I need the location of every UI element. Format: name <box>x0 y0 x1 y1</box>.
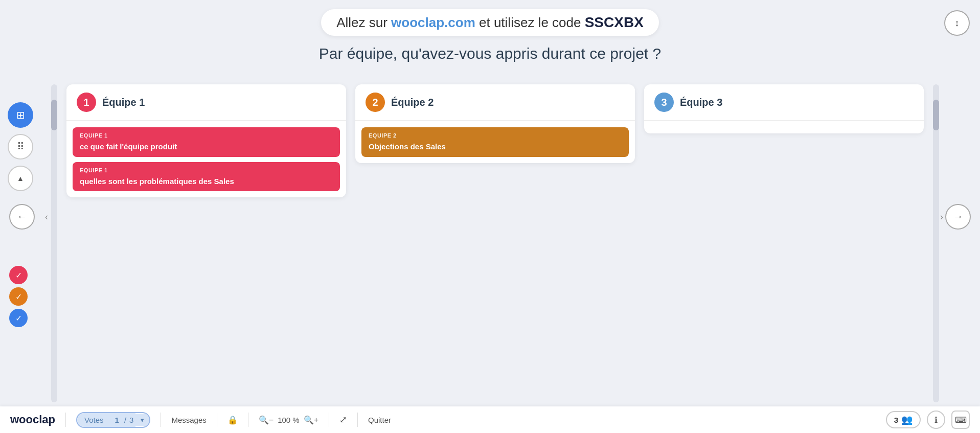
card-1-2-label: EQUIPE 1 <box>80 167 333 173</box>
team-number-3: 3 <box>654 93 674 112</box>
bottom-toolbar: wooclap Votes 1 / 3 ▾ Messages 🔒 🔍− 100 … <box>0 406 980 433</box>
toolbar-divider-1 <box>65 413 66 427</box>
scroll-up-button[interactable]: ▲ <box>8 166 33 191</box>
card-1-2-text: quelles sont les problématiques des Sale… <box>80 176 333 187</box>
fullscreen-button[interactable]: ⤢ <box>339 414 347 425</box>
list-view-button[interactable]: ⠿ <box>8 134 33 159</box>
team-number-1: 1 <box>77 93 96 112</box>
card-1-1: EQUIPE 1 ce que fait l'équipe produit <box>73 127 340 157</box>
keyboard-button[interactable]: ⌨ <box>951 411 970 429</box>
header: Allez sur wooclap.com et utilisez le cod… <box>0 0 980 67</box>
toolbar-divider-3 <box>217 413 217 427</box>
votes-button[interactable]: Votes 1 / 3 ▾ <box>76 412 150 428</box>
column-equipe-3: 3 Équipe 3 <box>644 84 924 133</box>
updown-icon: ↕ <box>955 18 960 29</box>
grid-view-button[interactable]: ⊞ <box>8 102 33 128</box>
scroll-track-right[interactable] <box>933 84 939 402</box>
inner-scroll-left[interactable]: ‹ <box>45 211 48 222</box>
votes-dropdown-icon: ▾ <box>135 414 149 426</box>
votes-total: 3 <box>127 413 135 427</box>
toolbar-divider-2 <box>161 413 161 427</box>
card-1-1-label: EQUIPE 1 <box>80 132 333 139</box>
votes-current: 1 <box>111 413 123 427</box>
votes-slash: / <box>123 413 127 427</box>
logo: wooclap <box>10 413 55 426</box>
zoom-controls: 🔍− 100 % 🔍+ <box>259 415 318 425</box>
team-number-2: 2 <box>366 93 385 112</box>
column-2-title: Équipe 2 <box>391 97 434 108</box>
column-1-body: EQUIPE 1 ce que fait l'équipe produit EQ… <box>66 121 346 197</box>
card-1-1-text: ce que fait l'équipe produit <box>80 142 333 152</box>
scroll-track-left[interactable] <box>51 84 57 402</box>
sort-button[interactable]: ↕ <box>944 10 970 36</box>
info-button[interactable]: ℹ <box>927 411 945 429</box>
code-middle: et utilisez le code <box>475 15 585 30</box>
zoom-level: 100 % <box>278 416 300 424</box>
column-equipe-2: 2 Équipe 2 EQUIPE 2 Objections des Sales <box>355 84 635 163</box>
question-title: Par équipe, qu'avez-vous appris durant c… <box>319 45 661 62</box>
column-3-header: 3 Équipe 3 <box>644 84 924 121</box>
column-1-header: 1 Équipe 1 <box>66 84 346 121</box>
column-2-body: EQUIPE 2 Objections des Sales <box>355 121 635 163</box>
nav-right-button[interactable]: → <box>945 204 971 230</box>
column-1-title: Équipe 1 <box>102 97 145 108</box>
column-3-body <box>644 121 924 133</box>
info-icon: ℹ <box>935 415 938 425</box>
votes-label: Votes <box>77 413 111 427</box>
toolbar-divider-6 <box>357 413 358 427</box>
participants-icon: 👥 <box>901 414 913 425</box>
participants-count: 3 <box>894 416 898 424</box>
card-1-2: EQUIPE 1 quelles sont les problématiques… <box>73 162 340 192</box>
column-3-title: Équipe 3 <box>680 97 722 108</box>
column-2-header: 2 Équipe 2 <box>355 84 635 121</box>
card-2-1-text: Objections des Sales <box>369 142 622 152</box>
code-prefix: Allez sur <box>336 15 391 30</box>
keyboard-icon: ⌨ <box>955 415 967 425</box>
columns-area: 1 Équipe 1 EQUIPE 1 ce que fait l'équipe… <box>51 84 939 402</box>
logo-woo: woo <box>10 413 33 426</box>
card-2-1: EQUIPE 2 Objections des Sales <box>361 127 629 157</box>
right-arrow-icon: → <box>953 211 963 222</box>
grid-icon: ⊞ <box>16 109 25 121</box>
participants-button[interactable]: 3 👥 <box>886 411 921 428</box>
zoom-in-icon[interactable]: 🔍+ <box>304 415 318 425</box>
toolbar-right: 3 👥 ℹ ⌨ <box>886 411 970 429</box>
zoom-out-icon[interactable]: 🔍− <box>259 415 274 425</box>
toolbar-divider-5 <box>329 413 329 427</box>
up-arrow-icon: ▲ <box>17 174 24 183</box>
nav-left-button[interactable]: ← <box>9 204 35 230</box>
logo-clap: clap <box>33 413 55 426</box>
column-equipe-1: 1 Équipe 1 EQUIPE 1 ce que fait l'équipe… <box>66 84 346 197</box>
quit-button[interactable]: Quitter <box>368 416 391 424</box>
code-banner: Allez sur wooclap.com et utilisez le cod… <box>321 9 659 36</box>
messages-button[interactable]: Messages <box>171 416 206 424</box>
inner-scroll-right[interactable]: › <box>940 211 943 222</box>
lock-icon: 🔒 <box>227 415 238 425</box>
toolbar-divider-4 <box>248 413 248 427</box>
site-name: wooclap.com <box>391 15 475 30</box>
dots-grid-icon: ⠿ <box>17 141 25 153</box>
access-code: SSCXBX <box>585 14 644 30</box>
scroll-thumb-right <box>933 100 939 130</box>
card-2-1-label: EQUIPE 2 <box>369 132 622 139</box>
left-arrow-icon: ← <box>17 211 27 222</box>
scroll-thumb-left <box>51 100 57 130</box>
